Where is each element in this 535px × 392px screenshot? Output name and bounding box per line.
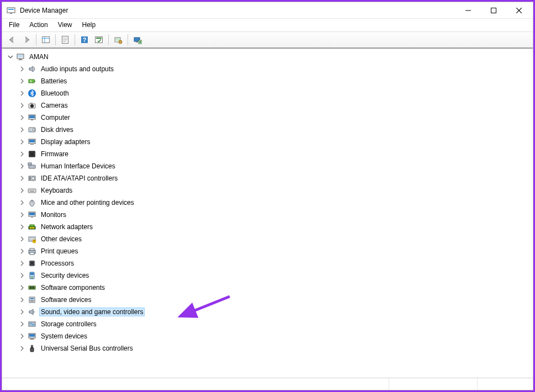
tree-category-label: Software components: [39, 283, 107, 292]
tree-category-row[interactable]: Disk drives: [14, 124, 533, 136]
menubar: File Action View Help: [2, 19, 533, 31]
chevron-right-icon[interactable]: [18, 126, 26, 134]
chevron-right-icon[interactable]: [18, 345, 26, 352]
scan-hardware-button[interactable]: [112, 33, 125, 46]
show-hide-console-button[interactable]: [39, 33, 52, 46]
ide-icon: [27, 173, 37, 183]
svg-point-20: [119, 40, 122, 44]
chevron-right-icon[interactable]: [18, 102, 26, 109]
tree-category-row[interactable]: IDE ATA/ATAPI controllers: [14, 172, 533, 184]
svg-rect-59: [29, 190, 30, 190]
chevron-right-icon[interactable]: [18, 272, 26, 279]
tree-category-row[interactable]: Software devices: [14, 294, 533, 306]
chevron-right-icon[interactable]: [18, 284, 26, 292]
tree-category-row[interactable]: Computer: [14, 112, 533, 124]
properties-button[interactable]: [59, 33, 72, 46]
svg-rect-58: [28, 189, 36, 193]
camera-icon: [27, 100, 37, 110]
tree-category-row[interactable]: Mice and other pointing devices: [14, 197, 533, 209]
chevron-right-icon[interactable]: [18, 320, 26, 328]
chevron-right-icon[interactable]: [18, 138, 26, 146]
action-button[interactable]: [92, 33, 105, 46]
tree-category-row[interactable]: Processors: [14, 257, 533, 269]
tree-category-row[interactable]: Print queues: [14, 245, 533, 257]
close-button[interactable]: [506, 2, 532, 19]
menu-view[interactable]: View: [54, 20, 77, 30]
chevron-right-icon[interactable]: [18, 235, 26, 243]
tree-category-row[interactable]: Human Interface Devices: [14, 160, 533, 172]
menu-action[interactable]: Action: [25, 20, 52, 30]
menu-file[interactable]: File: [4, 20, 24, 30]
tree-category-row[interactable]: Bluetooth: [14, 87, 533, 99]
tree-category-row[interactable]: ?Other devices: [14, 233, 533, 245]
device-tree-panel[interactable]: AMAN Audio inputs and outputsBatteriesBl…: [2, 48, 533, 378]
chevron-down-icon[interactable]: [7, 53, 14, 61]
tree-category-row[interactable]: Cameras: [14, 99, 533, 112]
add-hardware-button[interactable]: [131, 33, 144, 46]
chevron-right-icon[interactable]: [18, 187, 26, 194]
svg-rect-73: [33, 227, 34, 229]
hid-icon: [27, 161, 37, 171]
tree-category-row[interactable]: Software components: [14, 282, 533, 294]
tree-category-row[interactable]: Display adapters: [14, 136, 533, 148]
tree-category-label: Disk drives: [39, 125, 75, 134]
menu-help[interactable]: Help: [78, 20, 100, 30]
svg-rect-1: [8, 9, 14, 10]
tree-root-row[interactable]: AMAN: [2, 51, 533, 63]
storage-icon: [27, 319, 37, 329]
toolbar-separator: [75, 34, 75, 45]
svg-rect-37: [29, 115, 35, 118]
chevron-right-icon[interactable]: [18, 89, 26, 97]
chevron-right-icon[interactable]: [18, 247, 26, 255]
svg-rect-100: [30, 300, 34, 301]
chevron-right-icon[interactable]: [18, 77, 26, 85]
svg-rect-74: [30, 225, 34, 226]
tree-category-row[interactable]: Sound, video and game controllers: [14, 306, 533, 318]
svg-rect-99: [30, 298, 34, 299]
maximize-button[interactable]: [481, 2, 506, 19]
chevron-right-icon[interactable]: [18, 114, 26, 121]
chevron-right-icon[interactable]: [18, 199, 26, 206]
svg-rect-22: [136, 41, 138, 43]
tree-category-row[interactable]: Universal Serial Bus controllers: [14, 342, 533, 354]
tree-category-row[interactable]: Keyboards: [14, 184, 533, 197]
keyboard-icon: [27, 186, 37, 195]
chevron-right-icon[interactable]: [18, 259, 26, 267]
chevron-right-icon[interactable]: [18, 332, 26, 340]
svg-rect-35: [30, 103, 33, 104]
tree-category-row[interactable]: Storage controllers: [14, 318, 533, 330]
svg-rect-61: [31, 190, 32, 190]
back-button[interactable]: [6, 33, 19, 46]
svg-rect-54: [28, 163, 31, 165]
app-icon: [7, 6, 15, 15]
tree-category-row[interactable]: Monitors: [14, 209, 533, 221]
chevron-right-icon[interactable]: [18, 296, 26, 304]
tree-category-row[interactable]: Security devices: [14, 269, 533, 282]
chevron-right-icon[interactable]: [18, 150, 26, 158]
tree-category-label: Human Interface Devices: [39, 162, 117, 171]
cpu-icon: [27, 258, 37, 268]
chevron-right-icon[interactable]: [18, 174, 26, 182]
chevron-right-icon[interactable]: [18, 223, 26, 231]
forward-button[interactable]: [20, 33, 33, 46]
help-button[interactable]: ?: [78, 33, 91, 46]
tree-category-label: Bluetooth: [39, 89, 71, 98]
chevron-right-icon[interactable]: [18, 308, 26, 316]
minimize-button[interactable]: [455, 2, 481, 19]
svg-rect-57: [29, 177, 31, 180]
chevron-right-icon[interactable]: [18, 211, 26, 219]
svg-rect-97: [33, 287, 34, 289]
software-icon: [27, 295, 37, 305]
svg-rect-2: [10, 13, 12, 14]
tree-category-row[interactable]: Firmware: [14, 148, 533, 160]
svg-point-40: [33, 129, 35, 131]
tree-category-row[interactable]: System devices: [14, 330, 533, 342]
tree-category-row[interactable]: Network adapters: [14, 221, 533, 233]
chevron-right-icon[interactable]: [18, 162, 26, 170]
toolbar-separator: [36, 34, 36, 45]
svg-rect-80: [30, 252, 34, 255]
tree-category-row[interactable]: Batteries: [14, 75, 533, 87]
tree-category-row[interactable]: Audio inputs and outputs: [14, 63, 533, 75]
chevron-right-icon[interactable]: [18, 65, 26, 73]
svg-point-56: [32, 177, 35, 180]
